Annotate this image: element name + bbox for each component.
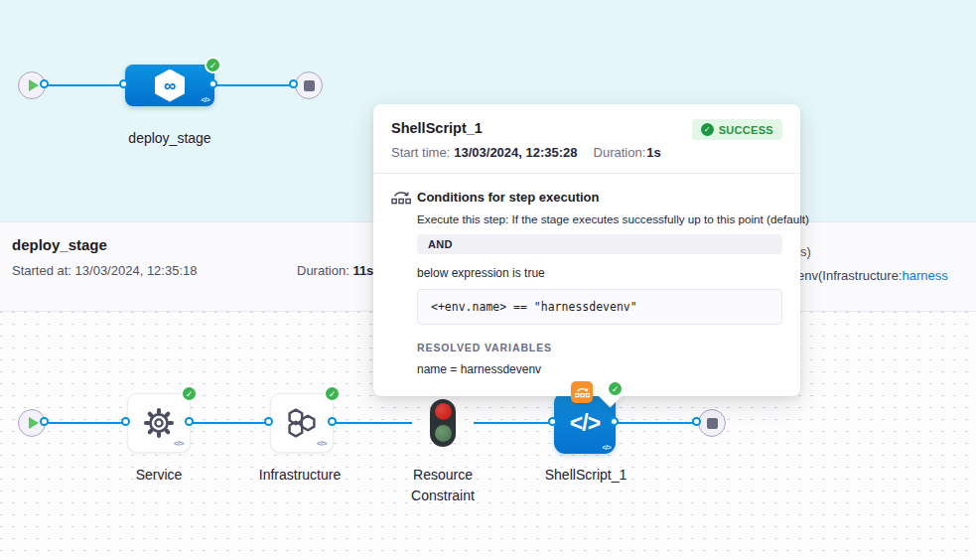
traffic-light-red — [435, 403, 452, 420]
infrastructure-success-check-icon: ✓ — [324, 385, 341, 402]
resolved-variable-value: name = harnessdevenv — [417, 362, 782, 376]
link-dot — [289, 79, 298, 88]
conditional-execution-badge-icon — [571, 381, 593, 403]
link-dot — [264, 417, 273, 426]
gear-icon — [141, 405, 177, 441]
popover-body: Conditions for step execution Execute th… — [373, 174, 800, 396]
summary-duration-label: Duration: — [297, 263, 352, 278]
popover-subtitle: Start time: 13/03/2024, 12:35:28 Duratio… — [391, 145, 782, 160]
check-glyph: ✓ — [209, 61, 217, 70]
step-node-infrastructure[interactable]: </> — [270, 393, 334, 453]
execute-condition-text: Execute this step: If the stage executes… — [417, 212, 782, 225]
play-icon — [29, 79, 39, 91]
pipeline-end-node[interactable] — [295, 71, 323, 99]
expression-intro: below expression is true — [417, 266, 782, 280]
step-label-resource-constraint: Resource Constraint — [393, 465, 492, 506]
step-label-infrastructure: Infrastructure — [238, 465, 361, 486]
summary-env-link[interactable]: harness — [903, 268, 948, 283]
edge-infra-to-resource — [334, 422, 412, 424]
execution-end-node[interactable] — [698, 409, 726, 437]
code-mini-icon: </> — [317, 439, 327, 448]
conditions-title: Conditions for step execution — [417, 190, 599, 205]
service-success-check-icon: ✓ — [181, 385, 198, 402]
edge-resource-to-shell — [474, 422, 554, 424]
link-dot — [610, 417, 619, 426]
expression-code-block: <+env.name> == "harnessdevenv" — [417, 289, 782, 325]
summary-right-fragment-1: s) — [800, 244, 811, 259]
duration-value: 1s — [646, 145, 660, 160]
infinity-icon: ∞ — [164, 77, 176, 94]
summary-env-text: env(Infrastructure: — [797, 268, 903, 283]
step-details-popover: ShellScript_1 ✓ SUCCESS Start time: 13/0… — [373, 104, 800, 396]
summary-right-fragment-2: env(Infrastructure:harness — [797, 268, 948, 283]
traffic-light-icon — [430, 399, 456, 447]
conditions-content: Execute this step: If the stage executes… — [417, 212, 782, 376]
code-mini-icon: </> — [174, 439, 184, 448]
shellscript-success-check-icon: ✓ — [607, 380, 624, 397]
link-dot — [119, 79, 128, 88]
link-dot — [185, 417, 194, 426]
hexagons-icon — [285, 408, 319, 438]
popover-header: ShellScript_1 ✓ SUCCESS Start time: 13/0… — [373, 104, 800, 174]
code-mini-icon: </> — [602, 444, 611, 451]
duration-label: Duration: — [594, 145, 646, 160]
link-dot — [40, 417, 49, 426]
code-mini-icon: </> — [201, 96, 209, 103]
start-time-label: Start time: — [391, 145, 450, 160]
edge-service-to-infra — [191, 422, 270, 424]
check-glyph: ✓ — [186, 389, 194, 399]
stage-node-deploy-stage[interactable]: ∞ </> — [125, 65, 214, 106]
stop-icon — [707, 418, 718, 429]
link-dot — [548, 417, 557, 426]
check-glyph: ✓ — [704, 125, 711, 134]
stage-label: deploy_stage — [100, 128, 239, 149]
summary-duration: Duration: 11s — [297, 263, 373, 278]
harness-deploy-icon: ∞ — [155, 70, 185, 102]
link-dot — [40, 79, 49, 88]
code-icon: </> — [570, 410, 600, 437]
stage-success-check-icon: ✓ — [205, 57, 221, 73]
step-label-shellscript: ShellScript_1 — [524, 465, 647, 486]
traffic-light-green — [435, 425, 452, 442]
link-dot — [209, 79, 217, 88]
resolved-variables-title: RESOLVED VARIABLES — [417, 342, 782, 353]
edge-stage-to-end — [214, 84, 295, 86]
status-badge-label: SUCCESS — [719, 124, 773, 136]
link-dot — [692, 417, 701, 426]
conditional-execution-icon — [391, 190, 411, 205]
conditions-row: Conditions for step execution — [391, 190, 782, 205]
summary-stage-title: deploy_stage — [12, 236, 107, 253]
step-node-resource-constraint[interactable] — [412, 393, 474, 453]
status-badge: ✓ SUCCESS — [692, 119, 782, 140]
stop-icon — [304, 80, 315, 91]
step-label-service: Service — [97, 465, 220, 486]
operator-pill: AND — [417, 234, 782, 254]
check-glyph: ✓ — [612, 384, 620, 394]
start-time-value: 13/03/2024, 12:35:28 — [454, 145, 577, 160]
link-dot — [328, 417, 337, 426]
summary-duration-value: 11s — [352, 263, 373, 278]
success-check-icon: ✓ — [701, 123, 714, 136]
play-icon — [29, 417, 39, 429]
link-dot — [121, 417, 130, 426]
step-node-service[interactable]: </> — [127, 393, 191, 453]
conditional-icon — [575, 386, 590, 398]
check-glyph: ✓ — [329, 389, 337, 399]
summary-started-at: Started at: 13/03/2024, 12:35:18 — [12, 263, 197, 278]
